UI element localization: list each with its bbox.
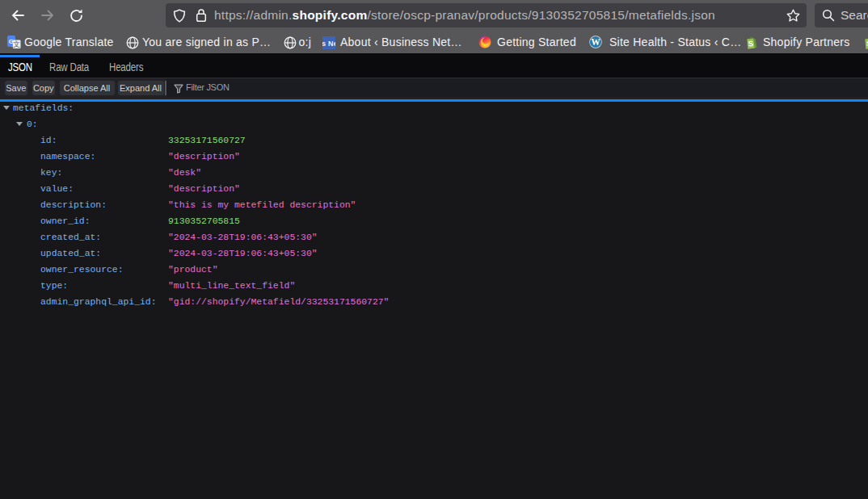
- svg-text:S: S: [748, 39, 753, 48]
- svg-text:W: W: [591, 37, 600, 47]
- svg-text:文: 文: [13, 40, 20, 48]
- svg-text:s Ne: s Ne: [322, 40, 336, 48]
